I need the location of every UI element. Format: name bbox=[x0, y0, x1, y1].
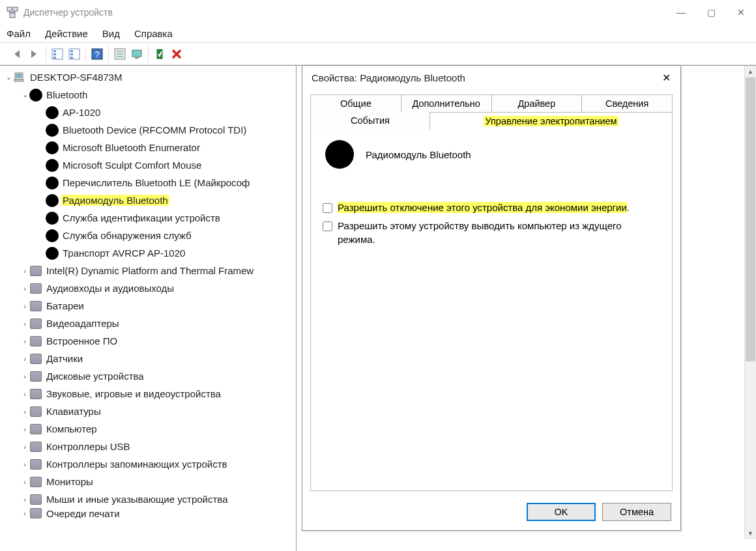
uninstall-device-button[interactable] bbox=[169, 47, 184, 61]
node-label: Контроллеры запоминающих устройств bbox=[45, 459, 228, 470]
help-button[interactable] bbox=[90, 47, 104, 61]
tree-category[interactable]: ›Звуковые, игровые и видеоустройства bbox=[0, 385, 296, 403]
tree-root[interactable]: ⌄DESKTOP-SF4873M bbox=[0, 68, 296, 86]
tree-bt-item[interactable]: Транспорт AVRCP AP-1020 bbox=[0, 244, 296, 262]
forward-button[interactable] bbox=[27, 47, 42, 61]
tab-general[interactable]: Общие bbox=[310, 94, 401, 112]
minimize-button[interactable]: — bbox=[666, 3, 696, 22]
expander-icon[interactable]: › bbox=[20, 496, 29, 503]
node-icon bbox=[29, 317, 42, 330]
allow-wake-checkbox[interactable] bbox=[323, 221, 332, 231]
scroll-up-button[interactable]: ▲ bbox=[745, 66, 756, 78]
tree-category[interactable]: ›Компьютер bbox=[0, 420, 296, 438]
tree-bt-item[interactable]: AP-1020 bbox=[0, 104, 296, 121]
tree-bt-item[interactable]: Радиомодуль Bluetooth bbox=[0, 191, 296, 209]
back-button[interactable] bbox=[10, 47, 25, 61]
tree-category[interactable]: ›Видеоадаптеры bbox=[0, 315, 296, 332]
tab-driver[interactable]: Драйвер bbox=[492, 94, 583, 112]
expander-icon[interactable]: › bbox=[20, 355, 29, 363]
node-icon bbox=[46, 177, 59, 190]
node-icon bbox=[29, 405, 42, 418]
expander-icon[interactable]: › bbox=[20, 337, 29, 345]
scan-hardware-button[interactable] bbox=[113, 47, 127, 61]
vertical-scrollbar[interactable]: ▲ ▼ bbox=[744, 66, 756, 539]
tree-category[interactable]: ›Intel(R) Dynamic Platform and Thermal F… bbox=[0, 262, 296, 279]
expander-icon[interactable]: › bbox=[20, 285, 29, 292]
close-button[interactable]: ✕ bbox=[726, 3, 756, 22]
tree-category[interactable]: ›Контроллеры запоминающих устройств bbox=[0, 455, 296, 473]
properties-dialog: Свойства: Радиомодуль Bluetooth ✕ Общие … bbox=[302, 65, 681, 531]
node-icon bbox=[29, 335, 42, 348]
allow-wake-row: Разрешить этому устройству выводить комп… bbox=[323, 219, 662, 246]
allow-power-off-label: Разрешить отключение этого устройства дл… bbox=[338, 201, 630, 214]
device-name: Радиомодуль Bluetooth bbox=[366, 149, 471, 160]
show-hide-tree-button[interactable] bbox=[50, 47, 65, 61]
scroll-down-button[interactable]: ▼ bbox=[745, 528, 756, 539]
node-icon bbox=[29, 300, 42, 313]
cancel-button[interactable]: Отмена bbox=[602, 503, 671, 521]
expander-icon[interactable]: › bbox=[20, 425, 29, 433]
tree-bt-item[interactable]: Служба идентификации устройств bbox=[0, 209, 296, 227]
dialog-title: Свойства: Радиомодуль Bluetooth bbox=[312, 72, 465, 83]
device-tree[interactable]: ⌄DESKTOP-SF4873M⌄BluetoothAP-1020Bluetoo… bbox=[0, 66, 296, 521]
node-icon bbox=[46, 247, 59, 260]
node-label: Перечислитель Bluetooth LE (Майкрософ bbox=[61, 177, 251, 188]
tree-category[interactable]: ›Мыши и иные указывающие устройства bbox=[0, 490, 296, 508]
allow-power-off-checkbox[interactable] bbox=[323, 203, 332, 213]
expander-icon[interactable]: › bbox=[20, 478, 29, 486]
tree-category[interactable]: ›Очереди печати bbox=[0, 508, 296, 518]
expander-icon[interactable]: ⌄ bbox=[4, 73, 13, 81]
expander-icon[interactable]: › bbox=[20, 408, 29, 416]
tree-bt-item[interactable]: Bluetooth Device (RFCOMM Protocol TDI) bbox=[0, 121, 296, 139]
tab-content: Радиомодуль Bluetooth Разрешить отключен… bbox=[310, 130, 673, 491]
tab-details[interactable]: Сведения bbox=[582, 94, 673, 112]
allow-power-off-row: Разрешить отключение этого устройства дл… bbox=[323, 201, 662, 214]
tab-power-management[interactable]: Управление электропитанием bbox=[430, 112, 673, 130]
node-icon bbox=[29, 423, 42, 436]
tree-category[interactable]: ›Контроллеры USB bbox=[0, 438, 296, 455]
menu-action[interactable]: Действие bbox=[45, 28, 88, 39]
tab-advanced[interactable]: Дополнительно bbox=[401, 94, 492, 112]
titlebar: Диспетчер устройств — ▢ ✕ bbox=[0, 0, 756, 25]
expander-icon[interactable]: › bbox=[20, 302, 29, 310]
update-driver-button[interactable] bbox=[130, 47, 144, 61]
node-icon bbox=[46, 141, 59, 154]
node-label: Радиомодуль Bluetooth bbox=[61, 195, 169, 206]
menu-file[interactable]: Файл bbox=[7, 28, 31, 39]
tree-category[interactable]: ›Дисковые устройства bbox=[0, 367, 296, 385]
app-icon bbox=[7, 7, 18, 18]
tree-category[interactable]: ›Мониторы bbox=[0, 473, 296, 490]
expander-icon[interactable]: › bbox=[20, 390, 29, 398]
tree-category[interactable]: ›Встроенное ПО bbox=[0, 332, 296, 350]
expander-icon[interactable]: › bbox=[20, 267, 29, 275]
tree-bt-item[interactable]: Microsoft Bluetooth Enumerator bbox=[0, 139, 296, 156]
expander-icon[interactable]: › bbox=[20, 460, 29, 468]
node-label: DESKTOP-SF4873M bbox=[29, 72, 123, 83]
tree-category[interactable]: ›Датчики bbox=[0, 350, 296, 367]
dialog-close-button[interactable]: ✕ bbox=[652, 67, 680, 88]
tab-events[interactable]: События bbox=[310, 112, 430, 130]
tree-category[interactable]: ›Батареи bbox=[0, 297, 296, 315]
expander-icon[interactable]: › bbox=[20, 373, 29, 380]
maximize-button[interactable]: ▢ bbox=[696, 3, 726, 22]
node-icon bbox=[29, 440, 42, 453]
menu-view[interactable]: Вид bbox=[102, 28, 120, 39]
tree-category[interactable]: ›Аудиовходы и аудиовыходы bbox=[0, 279, 296, 297]
enable-device-button[interactable] bbox=[153, 47, 167, 61]
scrollbar-thumb[interactable] bbox=[746, 78, 755, 361]
expander-icon[interactable]: › bbox=[20, 443, 29, 451]
tree-bluetooth[interactable]: ⌄Bluetooth bbox=[0, 86, 296, 104]
node-label: Служба обнаружения служб bbox=[61, 230, 193, 241]
expander-icon[interactable]: › bbox=[20, 320, 29, 328]
tree-category[interactable]: ›Клавиатуры bbox=[0, 403, 296, 420]
properties-button[interactable] bbox=[67, 47, 81, 61]
tree-bt-item[interactable]: Microsoft Sculpt Comfort Mouse bbox=[0, 156, 296, 174]
node-icon bbox=[29, 282, 42, 295]
expander-icon[interactable]: › bbox=[20, 509, 29, 517]
node-label: Bluetooth bbox=[45, 89, 89, 100]
tree-bt-item[interactable]: Служба обнаружения служб bbox=[0, 227, 296, 244]
expander-icon[interactable]: ⌄ bbox=[20, 91, 29, 99]
menu-help[interactable]: Справка bbox=[134, 28, 173, 39]
ok-button[interactable]: OK bbox=[527, 503, 596, 521]
tree-bt-item[interactable]: Перечислитель Bluetooth LE (Майкрософ bbox=[0, 174, 296, 191]
